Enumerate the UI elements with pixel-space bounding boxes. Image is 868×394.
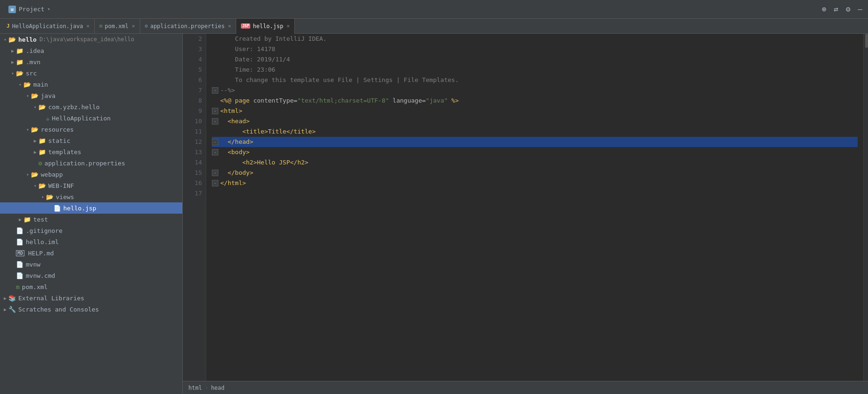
sidebar-item-scratches[interactable]: ▶ 🔧 Scratches and Consoles xyxy=(0,304,182,315)
sidebar-item-views[interactable]: ▾ 📂 views xyxy=(0,191,182,202)
sidebar-item-idea[interactable]: ▶ 📁 .idea xyxy=(0,45,182,56)
sidebar-item-static[interactable]: ▶ 📁 static xyxy=(0,135,182,146)
line11-p2: title xyxy=(246,126,264,137)
webinf-label: WEB-INF xyxy=(48,182,74,189)
fold-btn-13[interactable]: - xyxy=(212,149,218,156)
folder-icon-idea: 📁 xyxy=(16,47,23,54)
tab-jsp[interactable]: JSP hello.jsp ✕ xyxy=(236,19,295,34)
java-label: java xyxy=(41,92,55,99)
arrow-main: ▾ xyxy=(17,82,23,87)
line2-text: Created by IntelliJ IDEA. xyxy=(220,34,327,44)
project-tab[interactable]: ▤ Project ▾ xyxy=(4,4,55,15)
props-tab-icon: ⚙ xyxy=(145,23,148,29)
code-line-17 xyxy=(212,188,858,199)
static-label: static xyxy=(48,137,70,144)
minimize-icon[interactable]: — xyxy=(856,3,864,15)
code-line-8: <%@ page contentType="text/html;charset=… xyxy=(212,96,858,106)
line8-p6: "java" xyxy=(426,96,448,106)
sidebar-item-test[interactable]: ▶ 📁 test xyxy=(0,214,182,225)
breadcrumb-html[interactable]: html xyxy=(188,385,202,391)
code-line-10: - <head> xyxy=(212,116,858,126)
sidebar-item-mvnw-cmd[interactable]: ▶ 📄 mvnw.cmd xyxy=(0,270,182,281)
folder-icon-mvn: 📁 xyxy=(16,59,23,66)
webapp-label: webapp xyxy=(41,171,63,178)
tab-xml[interactable]: m pom.xml ✕ xyxy=(95,19,140,34)
browse-icon[interactable]: ⊕ xyxy=(820,3,828,15)
props-file-icon: ⚙ xyxy=(38,160,42,167)
line-num-12: 12 xyxy=(187,137,202,147)
tab-java[interactable]: J HelloApplication.java ✕ xyxy=(2,19,95,34)
sync-icon[interactable]: ⇄ xyxy=(832,3,840,15)
line-num-2: 2 xyxy=(187,34,202,44)
settings-icon[interactable]: ⚙ xyxy=(844,3,853,15)
sidebar-item-webapp[interactable]: ▾ 📂 webapp xyxy=(0,169,182,180)
sidebar-item-pom-xml[interactable]: ▶ m pom.xml xyxy=(0,281,182,292)
folder-icon-java: 📂 xyxy=(31,92,38,99)
fold-btn-16[interactable]: - xyxy=(212,180,218,186)
project-dropdown-icon: ▾ xyxy=(47,6,51,12)
HELP-md-label: HELP.md xyxy=(28,250,54,257)
breadcrumb-bar: html › head xyxy=(183,381,868,394)
hello-iml-label: hello.iml xyxy=(26,238,59,245)
line-num-4: 4 xyxy=(187,54,202,65)
folder-icon-static: 📁 xyxy=(38,137,46,144)
sidebar-item-com-yzbz[interactable]: ▾ 📂 com.yzbz.hello xyxy=(0,101,182,112)
line10-p3: > xyxy=(246,116,250,126)
code-line-3: User: 14178 xyxy=(212,44,858,54)
code-content: Created by IntelliJ IDEA. User: 14178 Da… xyxy=(206,34,863,381)
sidebar-item-webinf[interactable]: ▾ 📂 WEB-INF xyxy=(0,180,182,191)
sidebar-item-resources[interactable]: ▾ 📂 resources xyxy=(0,124,182,135)
sidebar-item-HELP-md[interactable]: ▶ MD HELP.md xyxy=(0,247,182,259)
line13-p2: body xyxy=(231,147,246,157)
jsp-tab-icon: JSP xyxy=(241,23,250,29)
sidebar-item-app-props[interactable]: ▶ ⚙ application.properties xyxy=(0,157,182,169)
fold-btn-15[interactable]: - xyxy=(212,170,218,176)
sidebar-item-hello-jsp[interactable]: ▶ 📄 hello.jsp xyxy=(0,202,182,214)
sidebar-item-hello-iml[interactable]: ▶ 📄 hello.iml xyxy=(0,236,182,247)
fold-btn-9[interactable]: - xyxy=(212,108,218,114)
sidebar-item-hello-root[interactable]: ▾ 📂 hello D:\java\workspace_idea\hello xyxy=(0,34,182,45)
java-tab-close[interactable]: ✕ xyxy=(86,23,90,29)
sidebar-item-HelloApplication[interactable]: ▶ ☕ HelloApplication xyxy=(0,112,182,124)
line11-p3: >Title</ xyxy=(264,126,294,137)
breadcrumb-head[interactable]: head xyxy=(211,385,224,391)
sidebar-item-templates[interactable]: ▶ 📁 templates xyxy=(0,146,182,157)
scratches-icon: 🔧 xyxy=(8,306,16,313)
code-line-5: Time: 23:06 xyxy=(212,65,858,75)
main-label: main xyxy=(33,81,48,88)
props-tab-close[interactable]: ✕ xyxy=(228,23,231,29)
xml-tab-icon: m xyxy=(99,23,103,29)
sidebar-item-gitignore[interactable]: ▶ 📄 .gitignore xyxy=(0,225,182,236)
sidebar-item-main[interactable]: ▾ 📂 main xyxy=(0,79,182,90)
line8-p1: <%@ xyxy=(220,96,235,106)
arrow-views: ▾ xyxy=(39,194,46,200)
editor-scrollbar[interactable] xyxy=(863,34,868,381)
folder-icon-main: 📂 xyxy=(23,81,31,88)
hello-label: hello xyxy=(18,36,37,43)
line11-p1: < xyxy=(220,126,246,137)
tab-props[interactable]: ⚙ application.properties ✕ xyxy=(140,19,236,34)
props-tab-label: application.properties xyxy=(150,23,224,30)
fold-btn-10[interactable]: - xyxy=(212,118,218,125)
sidebar-item-src[interactable]: ▾ 📂 src xyxy=(0,67,182,79)
arrow-webinf: ▾ xyxy=(32,183,38,188)
line11-p5: > xyxy=(312,126,316,137)
sidebar-item-external-libs[interactable]: ▶ 📚 External Libraries xyxy=(0,292,182,304)
mvnw-cmd-file-icon: 📄 xyxy=(16,272,23,279)
sidebar-item-java[interactable]: ▾ 📂 java xyxy=(0,90,182,101)
line-num-10: 10 xyxy=(187,116,202,126)
jsp-tab-close[interactable]: ✕ xyxy=(286,23,290,29)
sidebar-item-mvn[interactable]: ▶ 📁 .mvn xyxy=(0,56,182,67)
app-props-label: application.properties xyxy=(45,160,125,167)
arrow-test: ▶ xyxy=(17,217,23,222)
fold-btn-7[interactable]: - xyxy=(212,87,218,94)
code-editor[interactable]: 2 3 4 5 6 7 8 9 10 11 12 13 14 15 16 17 xyxy=(183,34,868,381)
line9-p2: html xyxy=(224,106,239,116)
gitignore-label: .gitignore xyxy=(26,227,62,234)
folder-icon-test: 📁 xyxy=(23,216,31,223)
line7-text: --%> xyxy=(220,85,235,96)
line15-p1: </ xyxy=(220,168,235,178)
fold-btn-12[interactable]: - xyxy=(212,139,218,145)
xml-tab-close[interactable]: ✕ xyxy=(132,23,135,29)
sidebar-item-mvnw[interactable]: ▶ 📄 mvnw xyxy=(0,259,182,270)
